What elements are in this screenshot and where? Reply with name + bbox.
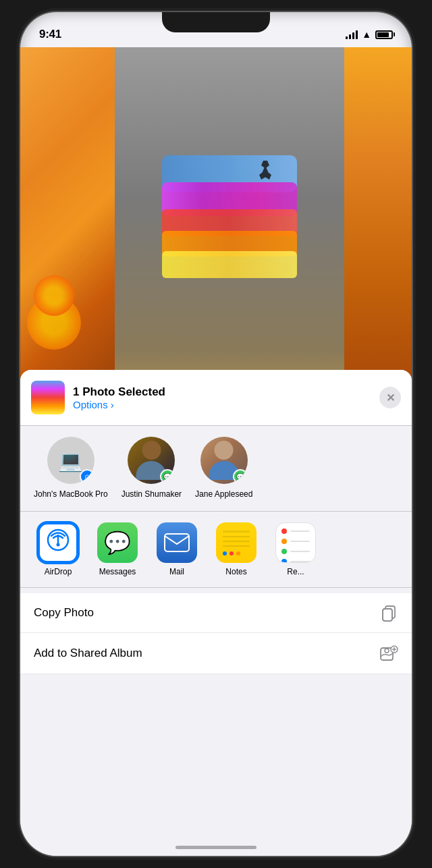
contact-avatar-justin: 💬 — [128, 437, 175, 484]
photo-center[interactable]: ✓ — [115, 47, 344, 425]
chevron-right-icon: › — [111, 399, 114, 410]
copy-photo-label: Copy Photo — [34, 606, 94, 620]
mail-app-label: Mail — [169, 567, 184, 576]
photo-left[interactable] — [20, 47, 115, 425]
message-badge-justin: 💬 — [160, 469, 175, 484]
airdrop-app-icon — [38, 522, 78, 563]
app-item-notes[interactable]: Notes — [212, 522, 261, 576]
contact-avatar-jane: 💬 — [200, 437, 248, 484]
close-icon: ✕ — [386, 391, 395, 404]
share-title-block: 1 Photo Selected Options › — [73, 385, 165, 410]
contact-item-justin[interactable]: 💬 Justin Shumaker — [122, 437, 182, 500]
phone-frame: 9:41 ▲ — [20, 12, 412, 856]
copy-photo-icon — [381, 604, 398, 622]
contact-name-macbook: John's MacBook Pro — [34, 489, 108, 500]
airdrop-badge: ⊙ — [80, 469, 94, 484]
contact-item-macbook[interactable]: 💻 ⊙ John's MacBook Pro — [34, 437, 108, 500]
battery-icon — [375, 30, 393, 39]
spray-art — [162, 155, 297, 290]
status-time: 9:41 — [39, 28, 61, 41]
messages-bubble-icon: 💬 — [104, 530, 131, 555]
apps-row: AirDrop 💬 Messages Mail — [20, 512, 412, 588]
add-shared-album-label: Add to Shared Album — [34, 647, 142, 660]
airdrop-wifi-icon — [47, 528, 70, 556]
svg-point-1 — [57, 543, 60, 547]
photo-right[interactable] — [344, 47, 412, 425]
status-icons: ▲ — [346, 29, 393, 40]
reminders-app-icon — [275, 522, 316, 563]
svg-point-7 — [385, 649, 389, 653]
photo-thumbnail — [31, 381, 65, 414]
photo-strip: ✓ — [20, 47, 412, 425]
contact-name-jane: Jane Appleseed — [195, 489, 252, 500]
notes-app-label: Notes — [225, 567, 246, 576]
share-header: 1 Photo Selected Options › ✕ — [20, 370, 412, 426]
share-sheet: 1 Photo Selected Options › ✕ 💻 ⊙ — [20, 370, 412, 856]
app-item-mail[interactable]: Mail — [153, 522, 201, 576]
notch — [162, 12, 270, 32]
wifi-icon: ▲ — [362, 29, 371, 40]
home-indicator — [176, 846, 256, 849]
add-shared-album-icon — [379, 644, 398, 663]
airdrop-app-label: AirDrop — [45, 567, 72, 576]
svg-rect-4 — [383, 609, 392, 621]
contact-item-jane[interactable]: 💬 Jane Appleseed — [195, 437, 252, 500]
svg-rect-2 — [165, 534, 189, 551]
app-item-reminders[interactable]: Re... — [271, 522, 320, 576]
messages-app-label: Messages — [99, 567, 136, 576]
copy-photo-action[interactable]: Copy Photo — [20, 593, 412, 633]
macbook-icon: 💻 — [58, 449, 83, 472]
share-options-button[interactable]: Options › — [73, 399, 165, 410]
share-title: 1 Photo Selected — [73, 385, 165, 399]
close-button[interactable]: ✕ — [379, 387, 401, 408]
message-badge-jane: 💬 — [233, 469, 248, 484]
add-shared-album-action[interactable]: Add to Shared Album — [20, 633, 412, 674]
options-label: Options — [73, 399, 108, 410]
airdrop-badge-icon: ⊙ — [84, 473, 90, 481]
messages-app-icon: 💬 — [97, 522, 138, 563]
app-item-messages[interactable]: 💬 Messages — [93, 522, 142, 576]
mail-app-icon — [157, 522, 197, 563]
share-header-left: 1 Photo Selected Options › — [31, 381, 165, 414]
reminders-app-label: Re... — [287, 567, 304, 576]
contacts-row: 💻 ⊙ John's MacBook Pro 💬 — [20, 426, 412, 512]
app-item-airdrop[interactable]: AirDrop — [34, 522, 82, 576]
contact-name-justin: Justin Shumaker — [122, 489, 182, 500]
notes-app-icon — [216, 522, 256, 563]
contact-avatar-macbook: 💻 ⊙ — [47, 437, 94, 484]
signal-icon — [346, 30, 358, 39]
